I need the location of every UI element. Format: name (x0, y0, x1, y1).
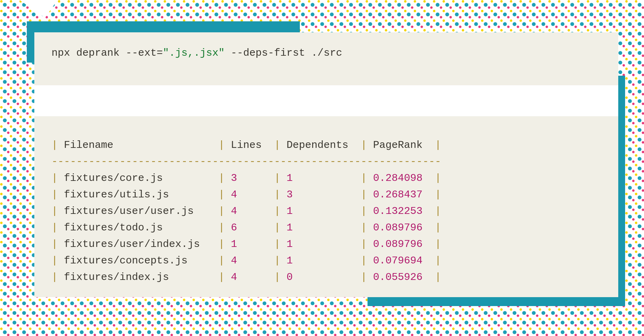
command-code-block: npx deprank --ext=".js,.jsx" --deps-firs… (34, 32, 618, 85)
content-card: npx deprank --ext=".js,.jsx" --deps-firs… (34, 32, 618, 297)
output-code-block: | Filename | Lines | Dependents | PageRa… (34, 116, 618, 297)
